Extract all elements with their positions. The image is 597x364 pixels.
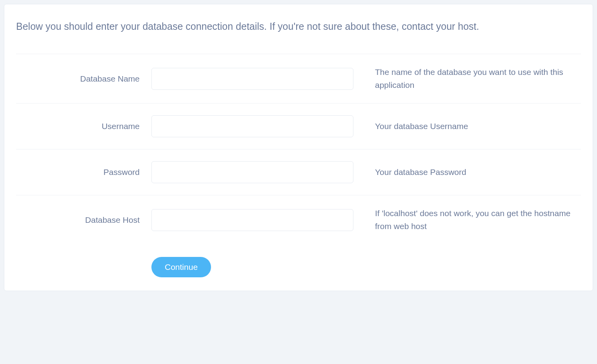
row-username: Username Your database Username	[16, 103, 581, 149]
database-name-input[interactable]	[151, 68, 353, 90]
database-name-help: The name of the database you want to use…	[353, 66, 581, 91]
password-help: Your database Password	[353, 166, 581, 179]
database-host-input[interactable]	[151, 209, 353, 231]
input-col	[151, 68, 353, 90]
label-col: Username	[16, 122, 151, 131]
row-database-name: Database Name The name of the database y…	[16, 54, 581, 103]
input-col	[151, 209, 353, 231]
label-col: Database Host	[16, 215, 151, 225]
database-name-label: Database Name	[80, 74, 140, 83]
username-help: Your database Username	[353, 120, 581, 133]
input-col	[151, 115, 353, 137]
password-input[interactable]	[151, 161, 353, 183]
action-row: Continue	[16, 244, 581, 277]
label-col: Password	[16, 167, 151, 177]
input-col	[151, 161, 353, 183]
continue-button[interactable]: Continue	[151, 257, 211, 277]
database-host-help: If 'localhost' does not work, you can ge…	[353, 207, 581, 233]
password-label: Password	[104, 167, 140, 177]
database-host-label: Database Host	[85, 215, 140, 224]
username-input[interactable]	[151, 115, 353, 137]
label-col: Database Name	[16, 74, 151, 84]
row-database-host: Database Host If 'localhost' does not wo…	[16, 195, 581, 244]
intro-text: Below you should enter your database con…	[16, 19, 581, 33]
row-password: Password Your database Password	[16, 149, 581, 195]
username-label: Username	[102, 122, 140, 131]
database-setup-card: Below you should enter your database con…	[4, 4, 593, 291]
